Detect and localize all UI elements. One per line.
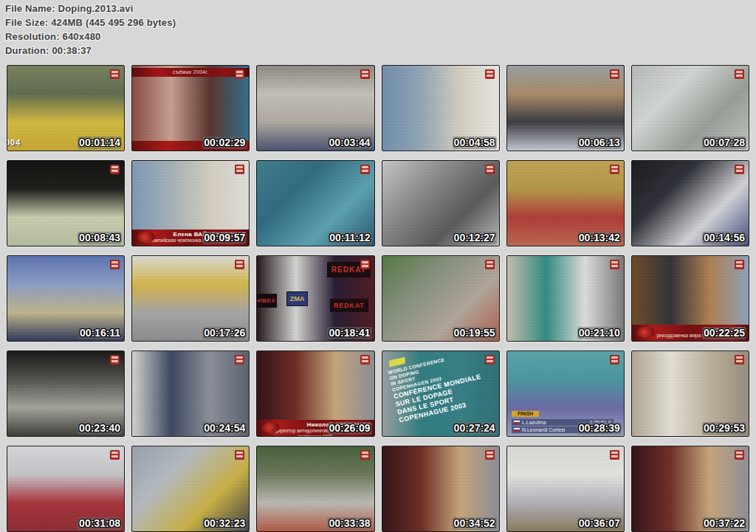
channel-logo-icon — [610, 450, 619, 460]
timestamp-badge: 00:17:26 — [202, 327, 247, 339]
video-thumbnail-office-woman-blue-ballot-box: 00:03:44 — [256, 65, 374, 151]
video-thumbnail-lab-worker-teal-scrubs: 00:21:10 — [506, 255, 625, 342]
video-thumbnail-three-runners-red-track: 00:33:38 — [256, 446, 374, 532]
channel-logo-icon — [110, 450, 120, 460]
timestamp-badge: 00:22:25 — [702, 327, 746, 339]
resolution-line: Resolution: 640x480 — [5, 32, 756, 42]
channel-logo-icon — [610, 260, 619, 269]
video-thumbnail-team-climbing-stairs: 00:24:54 — [131, 350, 250, 437]
file-size-line: File Size: 424MB (445 495 296 bytes) — [5, 18, 756, 28]
thumbnail-grid: 004 00:01:14 съёмки 2004г. 00:02:29 00:0… — [7, 65, 749, 532]
channel-logo-icon — [485, 69, 495, 79]
video-thumbnail-interview-nikolay-durmanov: Николай ДУРМАНОВ директор антидопинговой… — [256, 350, 374, 437]
timestamp-badge: 00:27:24 — [453, 422, 497, 435]
video-thumbnail-interview-woman-glasses-blue-wall: 00:04:58 — [382, 65, 500, 151]
timestamp-badge: 00:21:10 — [577, 327, 622, 339]
timestamp-badge: 00:07:28 — [702, 137, 746, 149]
product-label: ZMA — [286, 291, 309, 306]
timestamp-badge: 00:28:39 — [577, 422, 622, 435]
file-name-line: File Name: Doping.2013.avi — [5, 4, 756, 14]
channel-logo-icon — [735, 260, 744, 269]
timestamp-badge: 00:19:55 — [453, 327, 497, 339]
channel-logo-icon — [485, 260, 495, 269]
timestamp-badge: 00:37:22 — [702, 517, 746, 530]
timestamp-badge: 00:32:23 — [202, 517, 247, 530]
channel-logo-icon — [235, 355, 244, 365]
video-thumbnail-man-striped-shirt-track: 00:19:55 — [382, 255, 500, 342]
channel-logo-icon — [610, 165, 619, 174]
timestamp-badge: 00:01:14 — [78, 137, 122, 149]
product-label: HIBEX — [256, 294, 277, 308]
channel-logo-icon — [485, 355, 495, 365]
timestamp-badge: 00:09:57 — [202, 232, 247, 244]
channel-logo-icon — [360, 165, 370, 174]
channel-logo-icon — [735, 165, 744, 174]
thumbnail-corner-text: 004 — [7, 138, 21, 147]
channel-logo-icon — [485, 450, 495, 460]
timestamp-badge: 00:36:07 — [577, 517, 622, 530]
video-thumbnail-bw-stadium-bowl: 00:23:40 — [7, 350, 125, 437]
video-thumbnail-interview-elena-vaytsekhovskaya: Елена ВАЙЦЕХОВСКАЯ Олимпийская чемпионка… — [131, 160, 250, 246]
duration-line: Duration: 00:38:37 — [5, 46, 756, 56]
video-thumbnail-bw-archive-field-figures: 00:07:28 — [631, 65, 749, 151]
timestamp-badge: 00:33:38 — [327, 517, 371, 530]
media-info-header: File Name: Doping.2013.avi File Size: 42… — [0, 0, 756, 56]
channel-logo-icon — [610, 69, 619, 79]
video-thumbnail-bw-crowd-celebration: 00:12:27 — [382, 160, 500, 246]
video-thumbnail-interview-man-gray-jacket: 00:37:22 — [631, 446, 749, 532]
timestamp-badge: 00:04:58 — [453, 137, 497, 149]
timestamp-badge: 00:23:40 — [78, 422, 122, 435]
video-thumbnail-athlete-sunglasses-blue-cage: 00:16:11 — [7, 255, 125, 342]
video-thumbnail-dark-stage-over-crowd: 00:08:43 — [7, 160, 125, 246]
video-thumbnail-two-skiers-red-jackets-snow: 00:31:08 — [7, 446, 125, 532]
channel-logo-icon — [360, 69, 370, 79]
channel-logo-icon — [110, 69, 120, 79]
timestamp-badge: 00:24:54 — [202, 422, 247, 435]
channel-logo-icon — [235, 165, 244, 174]
channel-logo-icon — [360, 355, 370, 365]
channel-logo-icon — [235, 260, 244, 269]
channel-logo-icon — [110, 260, 120, 269]
video-thumbnail-lab-woman-vintage-computers: 00:29:53 — [631, 350, 749, 437]
country-flag-icon — [514, 421, 520, 424]
video-thumbnail-skier-finish-timing: FINISH L.Lazutina1:28:51.9N.Leonardi Cor… — [506, 350, 625, 437]
product-label: REDKAT — [330, 299, 368, 312]
video-thumbnail-interview-woman-stained-glass: съёмки 2004г. 00:02:29 — [131, 65, 250, 151]
timestamp-badge: 00:16:11 — [78, 327, 122, 339]
country-flag-icon — [514, 428, 520, 432]
timestamp-badge: 00:29:53 — [702, 422, 746, 435]
video-thumbnail-interview-iolanda-chen: Иоланда ЧЕН рекордсменка мира по 00:22:2… — [631, 255, 749, 342]
video-thumbnail-blood-sample-tubes-rack: 00:17:26 — [131, 255, 250, 342]
video-thumbnail-supplement-store-shelf: HIBEXZMAREDKATREDKAT 00:18:41 — [256, 255, 374, 342]
timestamp-badge: 00:03:44 — [327, 137, 371, 149]
channel-logo-icon — [485, 165, 495, 174]
channel-logo-icon — [235, 69, 244, 79]
thumbnail-caption-top: съёмки 2004г. — [132, 68, 249, 77]
video-thumbnail-doping-conference-banner-2003: WORLD CONFERENCEON DOPINGIN SPORTCOPENHA… — [382, 350, 500, 437]
timestamp-badge: 00:12:27 — [453, 232, 497, 244]
channel-logo-icon — [610, 355, 619, 365]
timestamp-badge: 00:13:42 — [577, 232, 622, 244]
timestamp-badge: 00:06:13 — [577, 137, 622, 149]
channel-logo-icon — [735, 355, 744, 365]
channel-logo-icon — [110, 165, 120, 174]
channel-logo-icon — [735, 450, 744, 460]
video-thumbnail-olympic-sprinters-red-track: 00:13:42 — [506, 160, 625, 246]
timestamp-badge: 00:14:56 — [702, 232, 746, 244]
video-thumbnail-gymnast-stretching: 00:06:13 — [506, 65, 625, 151]
channel-logo-icon — [235, 450, 244, 460]
channel-logo-icon — [360, 260, 370, 269]
timestamp-badge: 00:11:12 — [328, 232, 371, 244]
timestamp-badge: 00:02:29 — [202, 137, 247, 149]
timestamp-badge: 00:08:43 — [78, 232, 122, 244]
video-thumbnail-swimmer-in-pool: 00:11:12 — [256, 160, 374, 246]
finish-tag: FINISH — [512, 411, 539, 417]
channel-logo-icon — [110, 355, 120, 365]
timestamp-badge: 00:26:09 — [327, 422, 371, 435]
timestamp-badge: 00:31:08 — [78, 517, 122, 530]
video-thumbnail-judo-throw-arena: 00:14:56 — [631, 160, 749, 246]
video-thumbnail-athletes-raising-flowers: 00:32:23 — [131, 446, 250, 532]
video-thumbnail-interview-man-gray-jacket: 00:34:52 — [382, 446, 500, 532]
timestamp-badge: 00:34:52 — [453, 517, 497, 530]
timestamp-badge: 00:18:41 — [327, 327, 371, 339]
